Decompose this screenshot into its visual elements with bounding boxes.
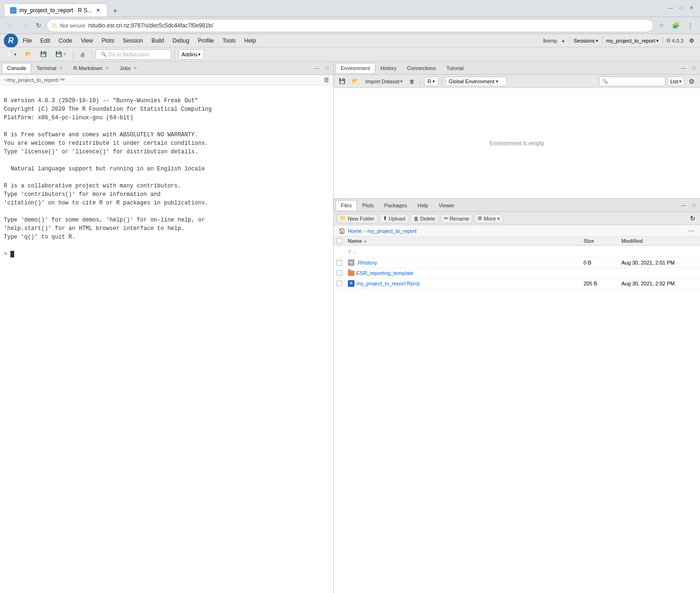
delete-button[interactable]: 🗑 Delete: [410, 214, 439, 223]
menu-build[interactable]: Build: [148, 36, 168, 45]
menu-tools[interactable]: Tools: [219, 36, 239, 45]
open-file-button[interactable]: 📂: [22, 49, 35, 60]
tab-rmarkdown-close[interactable]: ✕: [106, 66, 109, 71]
menu-file[interactable]: File: [19, 36, 35, 45]
new-tab-button[interactable]: +: [109, 5, 121, 17]
browser-menu-button[interactable]: ⋮: [684, 19, 696, 32]
menu-edit[interactable]: Edit: [36, 36, 54, 45]
extensions-button[interactable]: 🧩: [670, 19, 682, 32]
bookmark-button[interactable]: ☆: [656, 19, 668, 32]
menu-debug[interactable]: Debug: [169, 36, 193, 45]
files-select-all-checkbox[interactable]: [337, 238, 342, 244]
home-button[interactable]: 🏠: [337, 227, 346, 235]
rproj-link[interactable]: R my_project_to_report.Rproj: [348, 280, 584, 287]
esr-checkbox[interactable]: [337, 270, 342, 276]
global-env-selector[interactable]: Global Environment ▾: [445, 77, 507, 86]
rhistory-checkbox[interactable]: [337, 260, 342, 266]
console-path-bar: ~/my_project_to_report/ ✏ 🗑: [0, 75, 333, 85]
addins-dropdown[interactable]: Addins ▾: [178, 49, 204, 60]
tab-console[interactable]: Console: [2, 63, 31, 73]
files-refresh-button[interactable]: ↻: [688, 214, 697, 223]
back-button[interactable]: ←: [4, 19, 16, 32]
clear-console-button[interactable]: 🗑: [323, 76, 329, 83]
more-button[interactable]: ⚙ More ▾: [474, 214, 503, 223]
save-button[interactable]: 💾: [37, 49, 50, 60]
tab-connections[interactable]: Connections: [402, 63, 441, 73]
rename-button[interactable]: ✏ Rename: [441, 214, 473, 223]
reload-button[interactable]: ↻: [32, 19, 44, 32]
table-row[interactable]: ↑ ..: [334, 246, 700, 257]
console-line: [4, 241, 329, 250]
table-row[interactable]: R my_project_to_report.Rproj 205 B Aug 3…: [334, 278, 700, 289]
menu-view[interactable]: View: [77, 36, 97, 45]
save-env-button[interactable]: 💾: [337, 77, 348, 86]
breadcrumb-home[interactable]: Home: [348, 228, 362, 234]
maximize-left-button[interactable]: □: [323, 64, 331, 72]
collapse-right-top-button[interactable]: —: [679, 64, 688, 72]
browser-tab[interactable]: my_project_to_report · R S... ✕: [4, 3, 107, 17]
window-maximize-button[interactable]: □: [676, 3, 686, 12]
tab-rmarkdown[interactable]: R Markdown ✕: [68, 63, 115, 73]
rproj-checkbox[interactable]: [337, 281, 342, 286]
tab-terminal-close[interactable]: ✕: [59, 66, 63, 71]
files-header-name[interactable]: Name ▲: [348, 238, 584, 244]
tab-close-button[interactable]: ✕: [95, 7, 101, 14]
clear-env-button[interactable]: 🗑: [407, 77, 417, 86]
project-label: my_project_to_report: [606, 38, 656, 44]
tab-viewer[interactable]: Viewer: [434, 200, 460, 210]
parent-dir-link[interactable]: ↑ ..: [348, 248, 584, 255]
maximize-right-bottom-button[interactable]: □: [690, 201, 698, 210]
menu-help[interactable]: Help: [240, 36, 260, 45]
maximize-right-top-button[interactable]: □: [690, 64, 698, 72]
rhistory-link[interactable]: H .Rhistory: [348, 259, 584, 266]
tab-history[interactable]: History: [375, 63, 402, 73]
window-minimize-button[interactable]: —: [666, 3, 675, 12]
menu-session[interactable]: Session: [119, 36, 147, 45]
env-options-button[interactable]: ⚙: [686, 77, 697, 86]
rhistory-checkbox-area[interactable]: [337, 260, 348, 266]
upload-button[interactable]: ⬆ Upload: [380, 214, 408, 223]
tab-plots[interactable]: Plots: [357, 200, 379, 210]
table-row[interactable]: H .Rhistory 0 B Aug 30, 2021, 2:01 PM: [334, 257, 700, 268]
new-folder-button[interactable]: 📁 New Folder: [337, 214, 378, 223]
menu-code[interactable]: Code: [55, 36, 76, 45]
rproj-checkbox-area[interactable]: [337, 281, 348, 286]
console-output[interactable]: R version 4.0.3 (2020-10-10) -- "Bunny-W…: [0, 85, 333, 593]
window-close-button[interactable]: ✕: [687, 3, 696, 12]
import-dataset-button[interactable]: Import Dataset ▾: [363, 77, 405, 86]
env-r-selector[interactable]: R ▾: [424, 77, 438, 86]
table-row[interactable]: ESR_reporting_template: [334, 268, 700, 278]
sessions-button[interactable]: Sessions ▾: [574, 38, 598, 44]
tab-tutorial[interactable]: Tutorial: [441, 63, 469, 73]
save-all-button[interactable]: 💾 +: [52, 49, 70, 60]
files-breadcrumb-bar: 🏠 Home › my_project_to_report ⋯: [334, 225, 700, 237]
edit-path-icon[interactable]: ✏: [61, 77, 65, 83]
settings-button[interactable]: ⚙: [687, 36, 696, 45]
esr-checkbox-area[interactable]: [337, 270, 348, 276]
forward-button[interactable]: →: [18, 19, 30, 32]
env-search-box[interactable]: 🔍: [599, 77, 665, 86]
tab-help[interactable]: Help: [412, 200, 434, 210]
env-list-arrow: ▾: [679, 79, 682, 84]
tab-environment[interactable]: Environment: [336, 63, 375, 73]
breadcrumb-project[interactable]: my_project_to_report: [367, 228, 416, 234]
env-list-button[interactable]: List ▾: [667, 77, 684, 86]
menu-plots[interactable]: Plots: [98, 36, 118, 45]
tab-files[interactable]: Files: [336, 200, 357, 210]
tab-jobs[interactable]: Jobs ✕: [115, 63, 142, 73]
addins-arrow: ▾: [198, 52, 201, 57]
esr-folder-link[interactable]: ESR_reporting_template: [348, 270, 584, 276]
goto-file-button[interactable]: 🔍 Go to file/function: [96, 49, 171, 60]
tab-terminal[interactable]: Terminal ✕: [31, 63, 68, 73]
env-r-arrow: ▾: [433, 79, 435, 84]
print-button[interactable]: 🖨: [77, 49, 89, 60]
project-selector[interactable]: my_project_to_report ▾: [606, 38, 659, 44]
collapse-right-bottom-button[interactable]: —: [679, 201, 688, 210]
load-env-button[interactable]: 📂: [350, 77, 361, 86]
tab-packages[interactable]: Packages: [379, 200, 412, 210]
files-options-button[interactable]: ⋯: [686, 226, 696, 235]
new-script-button[interactable]: 📄 ▾: [3, 49, 20, 60]
tab-jobs-close[interactable]: ✕: [133, 66, 137, 71]
menu-profile[interactable]: Profile: [194, 36, 218, 45]
collapse-left-button[interactable]: —: [312, 64, 321, 72]
